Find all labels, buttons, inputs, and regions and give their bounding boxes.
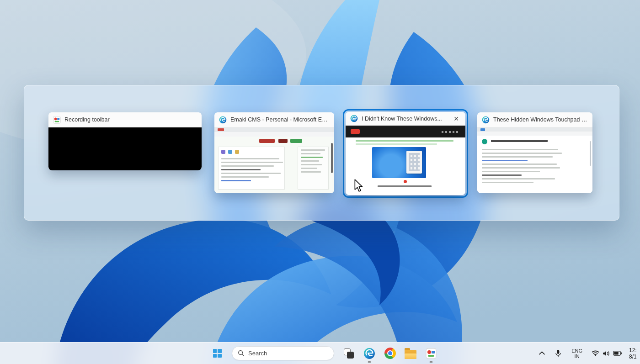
alt-tab-panel: Recording toolbar Emaki CMS - Personal -… bbox=[24, 85, 619, 221]
language-indicator[interactable]: ENG IN bbox=[570, 346, 584, 361]
wifi-icon bbox=[592, 350, 599, 356]
taskbar-file-explorer-button[interactable] bbox=[405, 348, 416, 359]
edge-icon bbox=[363, 348, 375, 359]
battery-icon bbox=[613, 351, 622, 356]
window-title: These Hidden Windows Touchpad G... bbox=[493, 116, 588, 123]
file-explorer-icon bbox=[405, 350, 416, 359]
search-icon bbox=[238, 350, 245, 357]
microphone-tray-button[interactable] bbox=[553, 348, 563, 359]
language-line-2: IN bbox=[571, 353, 582, 359]
chrome-icon bbox=[384, 348, 396, 359]
edge-icon bbox=[350, 115, 358, 122]
task-view-icon bbox=[344, 348, 354, 359]
close-window-button[interactable]: ✕ bbox=[452, 115, 461, 123]
system-tray: ENG IN 12: 8/1 bbox=[537, 343, 640, 364]
window-preview bbox=[214, 127, 334, 193]
search-box[interactable]: Search bbox=[232, 346, 334, 360]
window-title: Emaki CMS - Personal - Microsoft Edge bbox=[230, 116, 330, 123]
clock-time: 12: bbox=[629, 347, 640, 353]
window-title: Recording toolbar bbox=[64, 116, 197, 123]
volume-icon bbox=[603, 350, 610, 357]
taskbar-recorder-button[interactable] bbox=[425, 348, 437, 359]
microphone-icon bbox=[555, 349, 561, 358]
clock[interactable]: 12: 8/1 bbox=[629, 347, 640, 360]
window-title: I Didn't Know These Windows... bbox=[362, 116, 448, 122]
windows-logo-icon bbox=[213, 349, 222, 358]
thumbnail-recording-toolbar[interactable]: Recording toolbar bbox=[48, 112, 202, 170]
thumbnail-header: I Didn't Know These Windows... ✕ bbox=[346, 112, 465, 126]
window-preview bbox=[48, 127, 202, 170]
tray-overflow-button[interactable] bbox=[537, 349, 547, 357]
task-view-button[interactable] bbox=[343, 348, 355, 359]
edge-icon bbox=[219, 116, 227, 124]
screen-recorder-icon bbox=[53, 116, 61, 124]
start-button[interactable] bbox=[211, 348, 223, 359]
thumbnail-header: Recording toolbar bbox=[48, 112, 202, 127]
thumbnail-header: These Hidden Windows Touchpad G... bbox=[477, 112, 592, 127]
chevron-up-icon bbox=[539, 351, 545, 355]
taskbar-chrome-button[interactable] bbox=[384, 348, 396, 359]
screen-recorder-icon bbox=[426, 348, 437, 359]
window-preview bbox=[477, 127, 592, 193]
clock-date: 8/1 bbox=[629, 353, 640, 360]
network-volume-battery-button[interactable] bbox=[591, 348, 623, 359]
search-placeholder-text: Search bbox=[248, 350, 267, 357]
mouse-cursor bbox=[353, 179, 365, 195]
thumbnail-header: Emaki CMS - Personal - Microsoft Edge bbox=[214, 112, 334, 127]
taskbar: Search bbox=[0, 342, 640, 364]
taskbar-center-icons: Search bbox=[211, 343, 437, 364]
taskbar-edge-button[interactable] bbox=[363, 348, 375, 359]
language-line-1: ENG bbox=[571, 348, 582, 353]
edge-icon bbox=[482, 116, 490, 124]
thumbnail-emaki-cms[interactable]: Emaki CMS - Personal - Microsoft Edge bbox=[214, 112, 334, 193]
thumbnail-touchpad-article[interactable]: These Hidden Windows Touchpad G... bbox=[477, 112, 592, 193]
